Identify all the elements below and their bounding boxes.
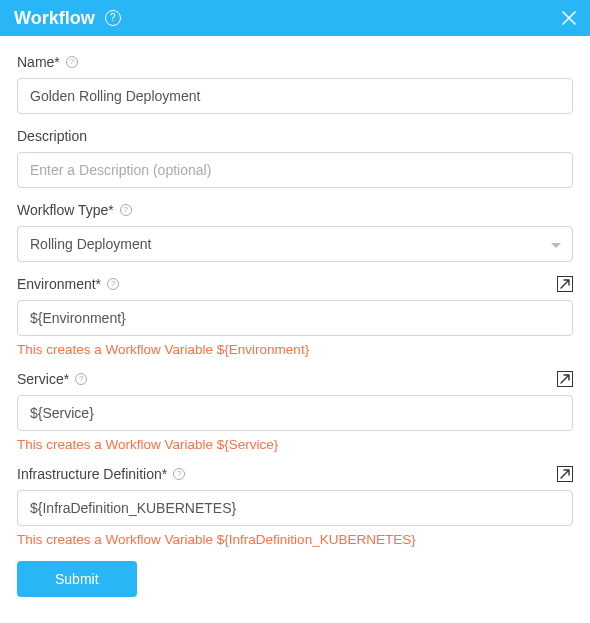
name-input[interactable]: [17, 78, 573, 114]
workflow-type-select-wrap: [17, 226, 573, 262]
help-icon[interactable]: ?: [105, 10, 121, 26]
field-service: Service* ? This creates a Workflow Varia…: [17, 371, 573, 452]
help-icon[interactable]: ?: [107, 278, 119, 290]
dialog-title: Workflow: [14, 8, 95, 29]
environment-label: Environment*: [17, 276, 101, 292]
close-icon[interactable]: [562, 11, 576, 25]
service-label: Service*: [17, 371, 69, 387]
field-workflow-type: Workflow Type* ?: [17, 202, 573, 262]
field-environment: Environment* ? This creates a Workflow V…: [17, 276, 573, 357]
service-helper: This creates a Workflow Variable ${Servi…: [17, 437, 573, 452]
infra-input[interactable]: [17, 490, 573, 526]
infra-label: Infrastructure Definition*: [17, 466, 167, 482]
workflow-type-label: Workflow Type*: [17, 202, 114, 218]
help-icon[interactable]: ?: [120, 204, 132, 216]
field-description: Description: [17, 128, 573, 188]
header-left: Workflow ?: [14, 8, 121, 29]
submit-button[interactable]: Submit: [17, 561, 137, 597]
field-infra: Infrastructure Definition* ? This create…: [17, 466, 573, 547]
workflow-form: Name* ? Description Workflow Type* ? Env…: [0, 36, 590, 617]
description-input[interactable]: [17, 152, 573, 188]
template-link-icon[interactable]: [557, 466, 573, 482]
template-link-icon[interactable]: [557, 371, 573, 387]
help-icon[interactable]: ?: [66, 56, 78, 68]
infra-helper: This creates a Workflow Variable ${Infra…: [17, 532, 573, 547]
dialog-header: Workflow ?: [0, 0, 590, 36]
service-input[interactable]: [17, 395, 573, 431]
description-label: Description: [17, 128, 87, 144]
environment-helper: This creates a Workflow Variable ${Envir…: [17, 342, 573, 357]
help-icon[interactable]: ?: [173, 468, 185, 480]
workflow-type-select[interactable]: [17, 226, 573, 262]
environment-input[interactable]: [17, 300, 573, 336]
help-icon[interactable]: ?: [75, 373, 87, 385]
name-label: Name*: [17, 54, 60, 70]
template-link-icon[interactable]: [557, 276, 573, 292]
field-name: Name* ?: [17, 54, 573, 114]
